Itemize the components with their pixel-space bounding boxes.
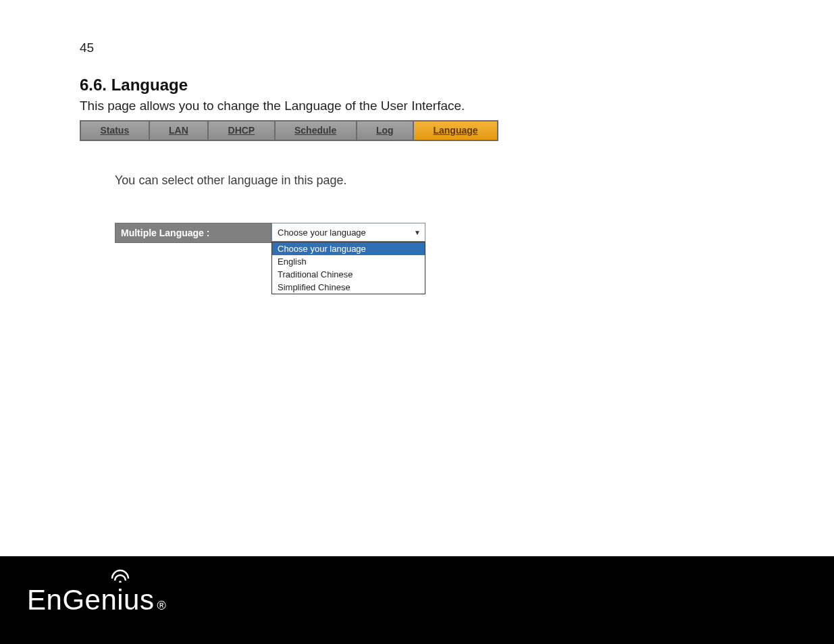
- footer-bar: EnGenius®: [0, 556, 834, 644]
- section-intro: This page allows you to change the Langu…: [80, 99, 687, 113]
- tab-status[interactable]: Status: [80, 122, 150, 140]
- language-option-placeholder[interactable]: Choose your language: [272, 242, 425, 255]
- language-setting-row: Multiple Language : Choose your language…: [115, 223, 687, 243]
- registered-icon: ®: [157, 599, 165, 613]
- language-option-english[interactable]: English: [272, 255, 425, 268]
- logo-text-i: i: [117, 584, 124, 616]
- section-heading: 6.6. Language: [80, 76, 687, 95]
- language-select[interactable]: Choose your language ▼: [271, 223, 425, 242]
- tab-bar: Status LAN DHCP Schedule Log Language: [80, 120, 498, 141]
- tab-language[interactable]: Language: [414, 122, 498, 140]
- chevron-down-icon: ▼: [414, 229, 421, 236]
- tab-dhcp[interactable]: DHCP: [209, 122, 275, 140]
- instruction-text: You can select other language in this pa…: [115, 173, 687, 188]
- language-select-value: Choose your language: [278, 227, 366, 238]
- logo-text-gen: Gen: [62, 584, 117, 616]
- page-number: 45: [80, 41, 687, 55]
- tab-log[interactable]: Log: [357, 122, 414, 140]
- language-option-simplified-chinese[interactable]: Simplified Chinese: [272, 281, 425, 294]
- logo-text-us: us: [124, 584, 154, 616]
- language-option-traditional-chinese[interactable]: Traditional Chinese: [272, 268, 425, 281]
- language-select-wrap: Choose your language ▼ Choose your langu…: [271, 223, 425, 242]
- wifi-icon: [111, 569, 130, 585]
- tab-schedule[interactable]: Schedule: [276, 122, 357, 140]
- language-dropdown: Choose your language English Traditional…: [271, 242, 425, 294]
- tab-lan[interactable]: LAN: [150, 122, 209, 140]
- multiple-language-label: Multiple Language :: [115, 223, 271, 243]
- logo-text-en: En: [27, 584, 62, 616]
- engenius-logo: EnGenius®: [27, 584, 166, 616]
- svg-point-0: [119, 581, 122, 583]
